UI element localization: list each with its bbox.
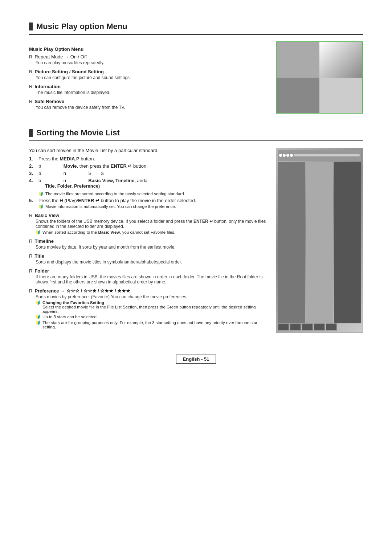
- item-label: R Safe Remove: [29, 99, 269, 104]
- step5-note: 🔰 Movie information is automatically set…: [38, 204, 269, 209]
- note-item: 🔰 Up to 3 stars can be selected.: [36, 315, 269, 319]
- music-screenshot: [276, 41, 363, 114]
- step-bold: Movie: [64, 163, 77, 169]
- r-symbol: R: [29, 84, 32, 89]
- section2-intro: You can sort movies in the Movie List by…: [29, 148, 269, 153]
- img-block: [306, 162, 333, 323]
- note-icon: 🔰: [36, 315, 41, 319]
- item-text-bold: Title: [34, 253, 44, 259]
- item-note: 🔰 When sorted according to the Basic Vie…: [36, 230, 269, 235]
- item-label: R Basic View: [29, 213, 269, 218]
- r-symbol: R: [29, 213, 32, 218]
- preference-notes: 🔰 Changing the Favorites SettingSelect t…: [36, 300, 269, 329]
- note-icon: 🔰: [36, 230, 41, 235]
- music-image-grid: [277, 42, 362, 113]
- item-desc: The music file information is displayed.: [36, 90, 269, 95]
- item-desc: Shows the folders of the USB memory devi…: [36, 219, 269, 229]
- section-sorting-movie: Sorting the Movie List You can sort movi…: [29, 128, 363, 333]
- page-number: English - 51: [176, 355, 216, 364]
- section2-title: Sorting the Movie List: [29, 128, 363, 141]
- r-symbol: R: [29, 69, 32, 74]
- r-symbol: R: [29, 288, 32, 294]
- r-symbol: R: [29, 99, 32, 104]
- note-text: The movie files are sorted according to …: [45, 192, 185, 196]
- step-1: 1. Press the MEDIA.P button.: [29, 156, 269, 161]
- step-4: 4. b n Basic View, Timeline, anda Title,…: [29, 178, 269, 189]
- note-icon: 🔰: [38, 192, 44, 196]
- step-content: b n S S: [38, 171, 269, 176]
- item-text-bold: Preference → ☆☆☆ / ☆☆★ / ☆★★ / ★★★: [34, 288, 130, 294]
- list-item: R Folder If there are many folders in US…: [29, 268, 269, 285]
- list-item: R Preference → ☆☆☆ / ☆☆★ / ☆★★ / ★★★ Sor…: [29, 288, 269, 329]
- img-block: [302, 323, 313, 331]
- item-label: R Title: [29, 253, 269, 259]
- item-text-bold: Basic View: [34, 213, 59, 218]
- item-label: R Folder: [29, 268, 269, 274]
- list-item: R Title Sorts and displays the movie tit…: [29, 253, 269, 265]
- page-footer: English - 51: [29, 355, 363, 364]
- list-item: R Repeat Mode → On / Off You can play mu…: [29, 54, 269, 65]
- item-text-bold: Picture Setting / Sound Setting: [34, 69, 104, 74]
- step-content: b n Basic View, Timeline, anda Title, Fo…: [38, 178, 269, 189]
- movie-img-grid: [278, 162, 361, 323]
- step-bold: ENTER ↵: [78, 198, 99, 203]
- item-text-bold: Folder: [34, 268, 49, 274]
- item-label: R Timeline: [29, 238, 269, 244]
- note-text: Up to 3 stars can be selected.: [42, 315, 98, 319]
- item-text-bold: Timeline: [34, 238, 54, 244]
- dot: [290, 154, 293, 157]
- step-3: 3. b n S S: [29, 171, 269, 176]
- item-desc: Sorts movies by preference. (Favorite) Y…: [36, 294, 269, 299]
- step-content: b Movie, then press the ENTER ↵ button.: [38, 163, 269, 169]
- section1-body: Music Play Option Menu R Repeat Mode → O…: [29, 41, 363, 114]
- section1-content: Music Play Option Menu R Repeat Mode → O…: [29, 41, 269, 114]
- step-sub: Title, Folder, Preference: [45, 183, 98, 189]
- item-label: R Picture Setting / Sound Setting: [29, 69, 269, 74]
- img-cell: [277, 78, 319, 113]
- r-symbol: R: [29, 268, 32, 274]
- item-desc: Sorts movies by date. It sorts by year a…: [36, 245, 269, 250]
- img-block: [314, 323, 325, 331]
- item-label: R Repeat Mode → On / Off: [29, 54, 269, 60]
- dot: [279, 154, 282, 157]
- item-desc: Sorts and displays the movie titles in s…: [36, 259, 269, 265]
- item-text-bold: Information: [34, 84, 61, 89]
- step-content: Press the MEDIA.P button.: [38, 156, 269, 161]
- step-num: 1.: [29, 156, 36, 161]
- step-content: Press the H (Play)/ENTER ↵ button to pla…: [38, 198, 269, 203]
- step-2: 2. b Movie, then press the ENTER ↵ butto…: [29, 163, 269, 169]
- sort-note: 🔰 The movie files are sorted according t…: [38, 192, 269, 196]
- bar: [294, 154, 360, 156]
- img-cell: [277, 42, 319, 78]
- step-num: 5.: [29, 198, 36, 203]
- section1-subheading: Music Play Option Menu: [29, 46, 269, 52]
- item-label: R Information: [29, 84, 269, 89]
- step-num: 3.: [29, 171, 36, 176]
- r-symbol: R: [29, 253, 32, 259]
- item-desc: If there are many folders in USB, the mo…: [36, 274, 269, 285]
- note-item: 🔰 Changing the Favorites SettingSelect t…: [36, 300, 269, 314]
- list-item: R Basic View Shows the folders of the US…: [29, 213, 269, 235]
- section2-content: You can sort movies in the Movie List by…: [29, 148, 269, 333]
- note-icon: 🔰: [36, 320, 41, 325]
- note-text: Changing the Favorites SettingSelect the…: [42, 300, 269, 314]
- section1-title: Music Play option Menu: [29, 22, 363, 35]
- note-text: Movie information is automatically set. …: [45, 204, 176, 209]
- img-block: [290, 323, 301, 331]
- note-item: 🔰 The stars are for grouping purposes on…: [36, 320, 269, 329]
- note-icon: 🔰: [36, 300, 41, 305]
- section2-body: You can sort movies in the Movie List by…: [29, 148, 363, 333]
- step-bold: MEDIA.P: [60, 156, 79, 161]
- section-music-play: Music Play option Menu Music Play Option…: [29, 22, 363, 114]
- img-block: [278, 162, 305, 323]
- movie-image: [276, 148, 363, 332]
- step-num: 4.: [29, 178, 36, 183]
- item-desc: You can remove the device safely from th…: [36, 105, 269, 110]
- img-cell: [319, 78, 362, 113]
- r-symbol: R: [29, 238, 32, 244]
- note-text: The stars are for grouping purposes only…: [42, 320, 269, 329]
- img-block: [334, 162, 361, 323]
- dot: [286, 154, 289, 157]
- list-item: R Safe Remove You can remove the device …: [29, 99, 269, 110]
- note-text: When sorted according to the Basic View,…: [42, 230, 175, 234]
